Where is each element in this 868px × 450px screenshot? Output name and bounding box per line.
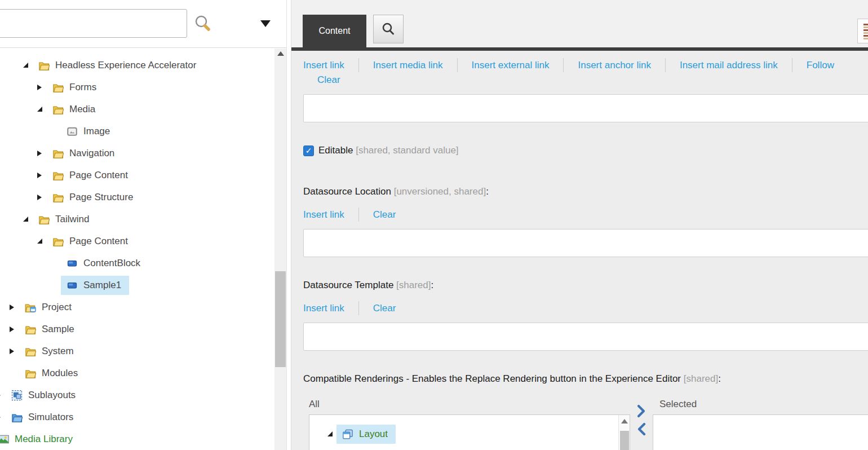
tree-item-target[interactable]: Sample1 [61, 276, 129, 295]
folder-icon [25, 346, 36, 357]
expand-arrow-icon[interactable] [10, 348, 14, 354]
expand-arrow-icon[interactable] [0, 414, 1, 420]
panel-splitter[interactable] [286, 0, 291, 450]
tree-item-label: Simulators [28, 412, 73, 423]
tree-item-target[interactable]: Navigation [47, 144, 122, 163]
dstpl-link-clear[interactable]: Clear [358, 301, 410, 315]
tree-item-target[interactable]: Project [19, 298, 79, 317]
tree-item-target[interactable]: Page Structure [47, 188, 141, 207]
datasource-location-field[interactable] [303, 229, 868, 257]
datasource-template-field[interactable] [303, 323, 868, 351]
all-listbox-scrollbar[interactable] [618, 415, 630, 450]
editable-checkbox[interactable]: ✓ [303, 145, 314, 156]
tree-item-target[interactable]: System [19, 342, 82, 361]
tree-item-target[interactable]: Media Library [0, 430, 81, 449]
tree-item-target[interactable]: Sublayouts [6, 386, 83, 405]
tree-item-sublayouts: Sublayouts [0, 384, 274, 406]
tree-item-target[interactable]: Simulators [6, 408, 81, 427]
link-insert-external-link[interactable]: Insert external link [457, 58, 564, 72]
expand-arrow-icon[interactable] [37, 151, 42, 156]
content-tree: Headless Experience AcceleratorFormsMedi… [0, 48, 274, 450]
editable-label: Editable [shared, standard value] [318, 145, 459, 156]
tab-divider-bar [291, 47, 868, 51]
tree-item-target[interactable]: ContentBlock [61, 254, 148, 273]
tree-item-target[interactable]: Page Content [47, 232, 136, 251]
tab-content[interactable]: Content [303, 15, 366, 47]
block-icon [67, 280, 78, 291]
tree-item-target[interactable]: Forms [47, 78, 104, 97]
tree-item-target[interactable]: Headless Experience Accelerator [33, 56, 204, 75]
folder-icon [38, 214, 50, 225]
tree-item-target[interactable]: Page Content [47, 166, 136, 185]
all-item-label: Layout [359, 429, 388, 440]
tree-item-media: Media [0, 98, 274, 120]
image-icon [67, 126, 78, 137]
collapse-arrow-icon[interactable] [23, 217, 28, 222]
tree-item-label: Page Content [69, 170, 128, 181]
link-insert-mail-address-link[interactable]: Insert mail address link [665, 58, 792, 72]
scroll-up-icon[interactable] [277, 51, 284, 56]
sublayouts-icon [11, 390, 23, 401]
move-left-icon[interactable] [636, 422, 646, 436]
link-follow[interactable]: Follow [792, 58, 848, 72]
tree-item-label: Page Structure [69, 192, 133, 203]
tree-search-input[interactable] [0, 9, 187, 38]
editor-body: Insert linkInsert media linkInsert exter… [291, 58, 868, 450]
link-insert-link[interactable]: Insert link [303, 58, 358, 72]
collapse-arrow-icon[interactable] [327, 431, 333, 436]
tree-item-label: Modules [42, 368, 78, 379]
tree-item-label: Tailwind [55, 214, 89, 225]
dsloc-link-insert-link[interactable]: Insert link [303, 208, 358, 222]
tree-item-navigation: Navigation [0, 142, 274, 164]
tree-item-target[interactable]: Sample [19, 320, 82, 339]
tree-item-target[interactable]: Modules [19, 364, 86, 383]
tree-item-headless-experience-accelerator: Headless Experience Accelerator [0, 54, 274, 76]
stacked-bars-icon [863, 24, 868, 39]
tree-item-target[interactable]: Image [61, 122, 118, 141]
expand-arrow-icon[interactable] [37, 173, 42, 178]
toolbar-partial-button[interactable] [857, 19, 868, 43]
tree-item-label: Sublayouts [28, 390, 76, 401]
scroll-up-icon[interactable] [621, 419, 628, 423]
tree-item-target[interactable]: Tailwind [33, 210, 97, 229]
move-right-icon[interactable] [636, 404, 646, 418]
expand-arrow-icon[interactable] [10, 305, 14, 310]
general-link-field[interactable] [303, 94, 868, 122]
datasource-location-links: Insert linkClear [303, 208, 868, 222]
tree-scrollbar[interactable] [274, 48, 286, 450]
expand-arrow-icon[interactable] [10, 327, 14, 332]
folder-icon [25, 368, 36, 379]
tree-item-sample1: Sample1 [0, 274, 274, 296]
dsloc-link-clear[interactable]: Clear [358, 208, 410, 222]
link-insert-anchor-link[interactable]: Insert anchor link [563, 58, 665, 72]
expand-arrow-icon[interactable] [37, 195, 42, 200]
link-clear[interactable]: Clear [317, 73, 355, 87]
editable-annotation: [shared, standard value] [356, 145, 458, 156]
search-icon[interactable] [194, 14, 212, 32]
search-options-caret-icon[interactable] [260, 20, 271, 27]
expand-arrow-icon[interactable] [0, 392, 1, 398]
editor-search-button[interactable] [373, 15, 404, 43]
all-item-target[interactable]: Layout [336, 425, 396, 444]
content-tree-panel: Headless Experience AcceleratorFormsMedi… [0, 0, 286, 450]
collapse-arrow-icon[interactable] [37, 239, 42, 244]
selected-listbox[interactable] [653, 414, 868, 450]
dstpl-link-insert-link[interactable]: Insert link [303, 301, 358, 315]
link-insert-media-link[interactable]: Insert media link [358, 58, 457, 72]
tree-item-label: Media Library [15, 434, 73, 445]
all-listbox[interactable]: Layout [309, 414, 630, 450]
expand-arrow-icon[interactable] [37, 85, 42, 90]
editor-tabs-bar: Content [291, 0, 868, 47]
folder-icon [52, 82, 64, 93]
collapse-arrow-icon[interactable] [23, 63, 28, 68]
all-label: All [309, 399, 630, 410]
all-scrollbar-thumb[interactable] [620, 431, 629, 450]
collapse-arrow-icon[interactable] [37, 107, 42, 112]
folder-icon [52, 236, 64, 247]
tree-scrollbar-thumb[interactable] [275, 271, 286, 367]
tree-item-target[interactable]: Media [47, 100, 103, 119]
all-column: All Layout [309, 399, 630, 450]
folder-icon [38, 60, 50, 71]
folder-icon [52, 192, 64, 203]
tree-item-modules: Modules [0, 362, 274, 384]
